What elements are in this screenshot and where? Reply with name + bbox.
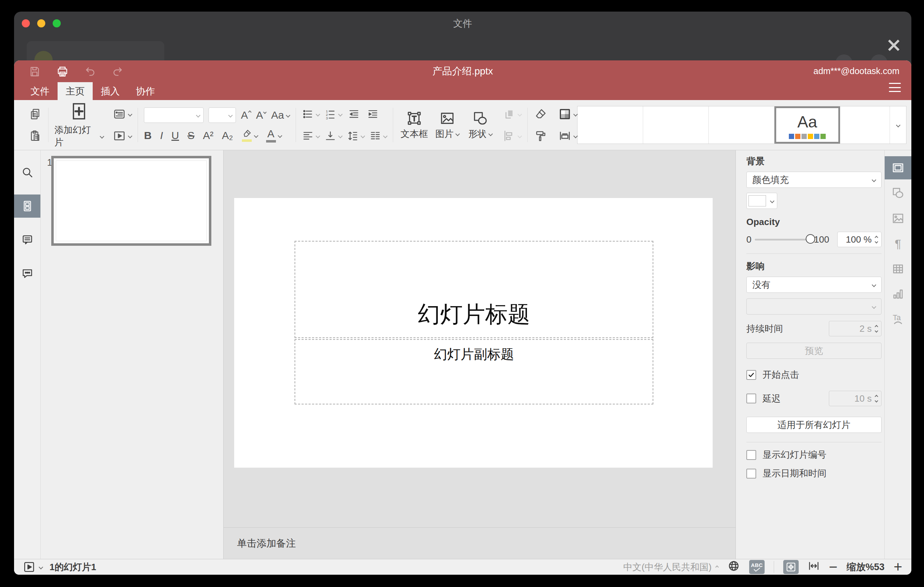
menu-icon[interactable] [889,83,901,92]
bold-button[interactable]: B [144,130,152,142]
insert-image-button[interactable]: 图片 [432,110,462,140]
opacity-slider[interactable] [755,239,810,241]
comments-icon[interactable] [14,228,40,251]
slide-thumbnail-1[interactable] [51,156,211,246]
start-slideshow-icon[interactable] [113,128,132,144]
theme-color-swatches [776,134,838,139]
save-icon[interactable] [29,66,41,79]
paragraph-settings-icon[interactable]: ¶ [885,232,911,255]
undo-icon[interactable] [84,66,96,79]
theme-option[interactable] [578,106,643,143]
preview-button[interactable]: 预览 [746,343,881,359]
increase-font-icon[interactable]: A [241,109,251,121]
delay-spinner[interactable]: 10 s [829,391,881,406]
tab-collaboration[interactable]: 协作 [128,82,163,100]
subscript-button[interactable]: A₂ [222,130,233,142]
start-on-click-row[interactable]: 开始点击 [746,369,881,381]
slide-count-label: 1的幻灯片1 [50,561,96,573]
slide-theme-colors-icon[interactable] [558,106,577,122]
arrange-shapes-icon[interactable] [503,106,521,122]
close-icon[interactable] [885,37,902,54]
add-slide-button[interactable]: 添加幻灯片 [54,101,104,148]
zoom-in-icon[interactable]: + [893,560,902,574]
copy-icon[interactable] [28,106,42,122]
numbered-list-icon[interactable]: 123 [324,106,342,122]
superscript-button[interactable]: A² [203,130,213,142]
zoom-out-icon[interactable]: − [829,560,838,574]
decrease-font-icon[interactable]: A [256,109,266,121]
vertical-align-icon[interactable] [324,128,342,144]
slide-settings-icon[interactable] [885,156,911,180]
line-spacing-icon[interactable] [347,128,365,144]
spell-check-icon[interactable]: ABC [749,560,765,574]
show-slide-number-row[interactable]: 显示幻灯片编号 [746,448,881,461]
slide-size-icon[interactable] [558,128,577,144]
redo-icon[interactable] [112,66,124,79]
duration-spinner[interactable]: 2 s [829,321,881,336]
copy-style-icon[interactable] [534,128,548,144]
show-slide-number-checkbox[interactable] [746,450,756,460]
delay-row[interactable]: 延迟 10 s [746,391,881,406]
decrease-indent-icon[interactable] [347,106,361,122]
tab-file[interactable]: 文件 [23,82,58,100]
font-size-input[interactable] [208,107,236,123]
apply-to-all-slides-button[interactable]: 适用于所有幻灯片 [746,417,881,433]
text-box-button[interactable]: 文本框 [399,110,429,140]
theme-option[interactable] [709,106,774,143]
shape-settings-icon[interactable] [885,181,911,204]
clear-style-icon[interactable] [534,106,548,122]
horizontal-align-icon[interactable] [302,128,320,144]
print-icon[interactable] [56,65,69,79]
paste-icon[interactable] [28,128,42,144]
table-settings-icon[interactable] [885,257,911,280]
show-date-time-row[interactable]: 显示日期和时间 [746,467,881,480]
background-fill-dropdown[interactable]: 颜色填充 [746,171,881,188]
change-case-icon[interactable]: Aa [271,109,290,121]
delay-checkbox[interactable] [746,394,756,403]
background-color-picker[interactable] [746,193,777,209]
search-icon[interactable] [14,161,40,184]
font-color-icon[interactable]: A [266,129,282,143]
fit-to-slide-icon[interactable] [783,560,799,574]
align-shapes-icon[interactable] [503,128,521,144]
slide-layout-icon[interactable] [113,106,132,122]
slide-title-placeholder[interactable]: 幻灯片标题 [295,241,653,338]
columns-icon[interactable] [369,128,387,144]
effect-type-dropdown[interactable] [746,298,881,315]
start-slideshow-status-icon[interactable] [23,561,43,573]
document-language-icon[interactable] [728,560,740,575]
titlebar: 文件 [14,12,911,35]
fit-to-width-icon[interactable] [808,560,820,574]
strikethrough-button[interactable]: S [188,130,195,142]
notes-area[interactable]: 单击添加备注 [224,527,736,559]
tab-home[interactable]: 主页 [58,82,93,100]
chat-icon[interactable] [14,262,40,285]
highlight-color-icon[interactable] [241,129,258,142]
slide[interactable]: 幻灯片标题 幻灯片副标题 [234,198,713,468]
language-selector[interactable]: 中文(中华人民共和国) [624,561,718,573]
theme-option-selected[interactable]: Aa [774,106,840,143]
opacity-min: 0 [746,234,751,245]
theme-gallery-expand-icon[interactable] [889,106,906,143]
increase-indent-icon[interactable] [366,106,380,122]
effect-dropdown[interactable]: 没有 [746,277,881,293]
font-name-input[interactable] [144,107,204,123]
italic-button[interactable]: I [160,130,163,142]
slide-thumbnails-panel: 1 [41,150,224,559]
start-on-click-checkbox-checked[interactable] [746,370,756,380]
theme-option[interactable] [840,106,889,143]
opacity-label: Opacity [746,217,881,228]
text-art-settings-icon[interactable]: Ta [885,308,911,331]
slides-panel-icon[interactable] [14,195,40,218]
underline-button[interactable]: U [171,130,179,142]
window-title: 文件 [14,12,911,35]
theme-option[interactable] [643,106,709,143]
slide-subtitle-placeholder[interactable]: 幻灯片副标题 [295,339,653,404]
insert-shape-button[interactable]: 形状 [465,110,495,140]
image-settings-icon[interactable] [885,207,911,230]
opacity-spinner[interactable]: 100 % [837,232,881,247]
tab-insert[interactable]: 插入 [93,82,128,100]
show-date-time-checkbox[interactable] [746,469,756,478]
chart-settings-icon[interactable] [885,283,911,306]
bullet-list-icon[interactable] [302,106,320,122]
